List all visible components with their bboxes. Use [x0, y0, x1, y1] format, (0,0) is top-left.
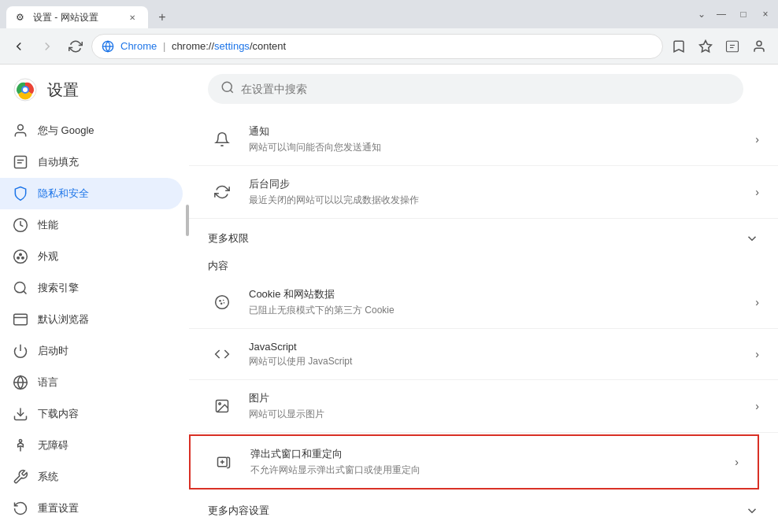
gauge-icon: [13, 217, 28, 233]
svg-point-19: [15, 283, 25, 293]
sidebar-item-language[interactable]: 语言: [0, 367, 183, 398]
active-tab[interactable]: ⚙ 设置 - 网站设置 ✕: [6, 6, 148, 28]
background-sync-title: 后台同步: [249, 177, 749, 191]
svg-point-18: [20, 253, 22, 256]
popup-content: 弹出式窗口和重定向 不允许网站显示弹出式窗口或使用重定向: [250, 447, 728, 477]
cookie-title: Cookie 和网站数据: [249, 287, 749, 301]
sidebar-item-privacy-label: 隐私和安全: [38, 187, 89, 201]
svg-point-27: [19, 440, 21, 442]
javascript-setting-item[interactable]: JavaScript 网站可以使用 JavaScript ›: [189, 329, 778, 380]
search-magnifier-icon: [220, 80, 235, 98]
sidebar-item-appearance[interactable]: 外观: [0, 241, 183, 272]
new-tab-button[interactable]: +: [151, 6, 173, 28]
tab-search-button[interactable]: [720, 34, 745, 59]
sidebar-item-autofill-label: 自动填充: [38, 155, 79, 169]
accessibility-icon: [13, 438, 28, 453]
svg-point-10: [18, 125, 24, 131]
sidebar-item-search-label: 搜索引擎: [38, 281, 79, 295]
sidebar-item-downloads-label: 下载内容: [38, 407, 79, 421]
search-container[interactable]: [208, 74, 743, 104]
tab-favicon-icon: ⚙: [16, 12, 27, 23]
minimize-button[interactable]: —: [715, 8, 728, 20]
cookie-icon: [208, 288, 236, 316]
download-icon: [13, 406, 28, 422]
background-sync-arrow-icon: ›: [755, 186, 759, 198]
sync-icon: [208, 178, 236, 206]
browser-frame: ⚙ 设置 - 网站设置 ✕ + ⌄ — □ ×: [0, 0, 778, 532]
image-title: 图片: [249, 391, 749, 405]
svg-point-37: [219, 403, 221, 405]
address-bar[interactable]: Chrome | chrome://settings/content: [91, 34, 663, 59]
tab-area: ⚙ 设置 - 网站设置 ✕ +: [6, 0, 173, 28]
svg-point-15: [14, 250, 28, 264]
svg-rect-3: [727, 41, 739, 52]
cookie-desc: 已阻止无痕模式下的第三方 Cookie: [249, 304, 749, 317]
more-content-settings-label: 更多内容设置: [208, 504, 269, 518]
autofill-icon: [13, 154, 28, 170]
popup-setting-item[interactable]: 弹出式窗口和重定向 不允许网站显示弹出式窗口或使用重定向 ›: [189, 434, 759, 490]
sidebar-item-system[interactable]: 系统: [0, 461, 183, 493]
site-info-icon[interactable]: [102, 40, 114, 53]
popup-arrow-icon: ›: [735, 456, 739, 468]
url-path: settings: [214, 40, 250, 52]
image-setting-item[interactable]: 图片 网站可以显示图片 ›: [189, 380, 778, 433]
more-content-settings-header[interactable]: 更多内容设置: [189, 491, 778, 524]
maximize-button[interactable]: □: [737, 8, 750, 20]
svg-point-6: [757, 41, 761, 46]
sidebar-item-default-browser[interactable]: 默认浏览器: [0, 304, 183, 335]
settings-search-input[interactable]: [241, 83, 731, 95]
sidebar-item-privacy[interactable]: 隐私和安全: [0, 178, 183, 209]
bookmark-page-button[interactable]: [666, 34, 691, 59]
popup-icon: [209, 448, 238, 476]
sidebar-item-browser-label: 默认浏览器: [38, 312, 89, 327]
sidebar-item-google[interactable]: 您与 Google: [0, 115, 183, 146]
svg-point-35: [224, 302, 225, 304]
notification-setting-item[interactable]: 通知 网站可以询问能否向您发送通知 ›: [189, 113, 778, 166]
sidebar-item-reset[interactable]: 重置设置: [0, 493, 183, 524]
sidebar-item-performance[interactable]: 性能: [0, 209, 183, 241]
svg-point-33: [223, 300, 224, 301]
tab-strip-down-icon[interactable]: ⌄: [698, 9, 706, 20]
sidebar-item-search[interactable]: 搜索引擎: [0, 272, 183, 304]
notification-title: 通知: [249, 124, 749, 139]
svg-point-16: [17, 257, 19, 259]
address-separator: |: [163, 40, 169, 52]
image-content: 图片 网站可以显示图片: [249, 391, 749, 421]
sidebar-item-google-label: 您与 Google: [38, 124, 94, 138]
svg-line-20: [24, 291, 27, 294]
javascript-content: JavaScript 网站可以使用 JavaScript: [249, 341, 749, 368]
background-sync-item[interactable]: 后台同步 最近关闭的网站可以以完成数据收发操作 ›: [189, 166, 778, 219]
sidebar-item-language-label: 语言: [38, 375, 58, 390]
sidebar-item-startup-label: 启动时: [38, 344, 69, 358]
background-sync-desc: 最近关闭的网站可以以完成数据收发操作: [249, 194, 749, 207]
cookie-setting-item[interactable]: Cookie 和网站数据 已阻止无痕模式下的第三方 Cookie ›: [189, 276, 778, 329]
reload-button[interactable]: [63, 34, 88, 59]
image-icon: [208, 392, 236, 420]
sidebar-item-accessibility[interactable]: 无障碍: [0, 430, 183, 461]
url-prefix: chrome://: [172, 40, 214, 52]
sidebar-item-autofill[interactable]: 自动填充: [0, 146, 183, 178]
sidebar-item-appearance-label: 外观: [38, 249, 58, 264]
more-permissions-label: 更多权限: [208, 231, 249, 246]
sidebar-item-startup[interactable]: 启动时: [0, 335, 183, 367]
notification-arrow-icon: ›: [755, 133, 759, 146]
nav-action-buttons: [666, 34, 772, 59]
back-button[interactable]: [6, 34, 31, 59]
sidebar-item-accessibility-label: 无障碍: [38, 438, 69, 453]
javascript-arrow-icon: ›: [755, 348, 759, 360]
address-text: Chrome | chrome://settings/content: [120, 40, 653, 52]
sidebar-item-downloads[interactable]: 下载内容: [0, 398, 183, 430]
svg-point-29: [222, 82, 232, 91]
url-suffix: /content: [250, 40, 286, 52]
brand-text: Chrome: [120, 40, 157, 52]
more-permissions-header[interactable]: 更多权限: [189, 219, 778, 252]
star-button[interactable]: [693, 34, 718, 59]
close-button[interactable]: ×: [759, 8, 772, 20]
person-icon: [13, 123, 28, 139]
sidebar-wrapper: 设置 您与 Google 自动填充: [0, 65, 189, 532]
notification-content: 通知 网站可以询问能否向您发送通知: [249, 124, 749, 154]
profile-button[interactable]: [747, 34, 772, 59]
forward-button[interactable]: [35, 34, 60, 59]
tab-close-button[interactable]: ✕: [126, 11, 139, 24]
settings-title: 设置: [47, 79, 79, 101]
